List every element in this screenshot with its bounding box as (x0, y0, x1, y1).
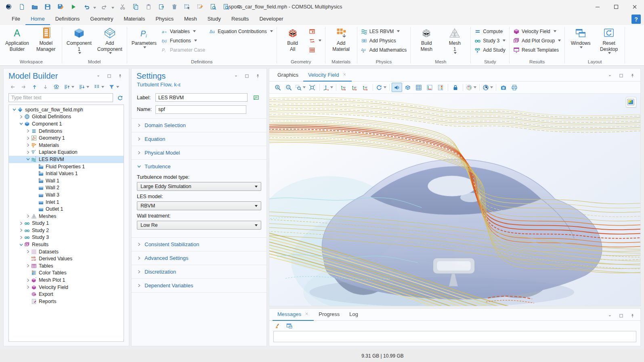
view-xy-button[interactable]: xy (338, 83, 349, 92)
panel-dd-button[interactable] (606, 72, 614, 80)
reset-desktop-button[interactable]: Reset Desktop (595, 26, 623, 54)
add-physics-button[interactable]: Add Physics (359, 36, 409, 45)
ribbon-tab-physics[interactable]: Physics (150, 14, 179, 25)
panel-dd-button[interactable] (94, 72, 102, 80)
zoom-box-button[interactable] (294, 83, 306, 92)
section-header[interactable]: Consistent Stabilization (132, 238, 266, 251)
build-all-button[interactable]: Build All (279, 26, 306, 52)
panel-pin-button[interactable] (628, 312, 636, 320)
graphics-viewport[interactable] (269, 94, 640, 306)
tree-expand-chevron[interactable] (25, 250, 31, 253)
select-turbulence-model-type[interactable]: Large Eddy Simulation (137, 182, 261, 191)
app-logo-button[interactable] (4, 2, 13, 11)
model-manager-button[interactable]: Model Manager (32, 26, 60, 52)
tree-expand-chevron[interactable] (25, 129, 31, 133)
refresh-filter-button[interactable] (116, 94, 124, 102)
tree-item-outlet-1[interactable]: Outlet 1 (9, 205, 124, 213)
windows-button[interactable]: Windows (567, 26, 594, 49)
tree-item-mesh-plot-1[interactable]: *Mesh Plot 1 (9, 276, 124, 284)
help-button[interactable]: ? (631, 15, 641, 24)
copy-button[interactable] (131, 2, 140, 11)
collapse-all-button[interactable] (78, 83, 90, 91)
tree-item-wall-2[interactable]: Wall 2 (9, 184, 124, 192)
axis-box-button[interactable] (424, 83, 435, 92)
tree-item-study-1[interactable]: Study 1 (9, 220, 124, 227)
tree-item-wall-3[interactable]: Wall 3 (9, 191, 124, 199)
panel-max-button[interactable] (617, 72, 625, 80)
preview-image-button[interactable] (208, 2, 218, 11)
ribbon-tab-file[interactable]: File (6, 14, 25, 25)
tree-item-tables[interactable]: Tables (9, 262, 124, 270)
messages-tab-log[interactable]: Log (344, 309, 363, 321)
tree-expand-chevron[interactable] (18, 222, 24, 225)
scene-light-button[interactable] (392, 83, 402, 92)
tree-collapse-chevron[interactable] (18, 122, 24, 126)
section-header[interactable]: Equation (132, 132, 266, 146)
tree-item-derived-values[interactable]: 8.85e-12Derived Values (9, 255, 124, 262)
tree-item-results[interactable]: Results (9, 241, 124, 248)
result-templates-button[interactable]: Result Templates (512, 46, 562, 54)
compute-button[interactable]: Compute (473, 27, 507, 36)
table-mail-button[interactable] (285, 322, 293, 330)
ribbon-tab-definitions[interactable]: Definitions (50, 14, 85, 25)
panel-max-button[interactable] (617, 312, 625, 320)
back-button[interactable] (8, 83, 17, 91)
tree-collapse-chevron[interactable] (25, 157, 31, 161)
run-button[interactable] (69, 2, 78, 11)
tree-expand-chevron[interactable] (25, 151, 31, 154)
messages-tab-progress[interactable]: Progress (314, 309, 344, 321)
les-rbvm-button[interactable]: LES RBVM (359, 27, 409, 36)
redo-button[interactable] (100, 2, 109, 11)
tree-item-global-definitions[interactable]: Global Definitions (9, 113, 124, 121)
ribbon-tab-home[interactable]: Home (25, 14, 50, 25)
tree-item-geometry-1[interactable]: Geometry 1 (9, 134, 124, 142)
environment-button[interactable] (403, 83, 413, 92)
messages-output[interactable] (273, 331, 636, 342)
select-frame-button[interactable] (183, 2, 192, 11)
tree-item-les-rbvm[interactable]: *LES RBVM (9, 156, 124, 163)
save-button[interactable] (43, 2, 52, 11)
rotate-button[interactable] (375, 83, 387, 92)
open-button[interactable] (30, 2, 39, 11)
tree-item-inlet-1[interactable]: Inlet 1 (9, 199, 124, 206)
camera-button[interactable] (498, 83, 509, 92)
tree-expand-chevron[interactable] (25, 278, 31, 282)
tree-item-study-3[interactable]: Study 3 (9, 234, 124, 241)
tree-item-color-tables[interactable]: Color Tables (9, 270, 124, 277)
section-header[interactable]: Dependent Variables (132, 279, 266, 292)
zoom-out-button[interactable] (283, 83, 294, 92)
select-les-model[interactable]: RBVM (137, 201, 261, 210)
graphics-tab-velocity-field[interactable]: Velocity Field (303, 69, 352, 82)
cut-button[interactable] (118, 2, 127, 11)
ribbon-tab-mesh[interactable]: Mesh (179, 14, 202, 25)
name-input[interactable] (155, 105, 246, 114)
ribbon-tab-results[interactable]: Results (226, 14, 254, 25)
color-legend-button[interactable] (435, 83, 446, 92)
section-header[interactable]: Physical Model (132, 146, 266, 159)
tree-item-initial-values-1[interactable]: DInitial Values 1 (9, 170, 124, 177)
new-file-button[interactable] (17, 2, 26, 11)
select-wall-treatment[interactable]: Low Re (137, 221, 261, 230)
tree-collapse-chevron[interactable] (18, 243, 24, 247)
tree-item-materials[interactable]: Materials (9, 142, 124, 149)
paste-button[interactable] (144, 2, 153, 11)
palette-button[interactable] (465, 83, 477, 92)
panel-max-button[interactable] (105, 72, 113, 80)
section-header[interactable]: Domain Selection (132, 119, 266, 132)
move-up-button[interactable] (30, 83, 38, 91)
close-button[interactable] (625, 0, 644, 13)
lock-button[interactable] (450, 83, 461, 92)
tree-expand-chevron[interactable] (25, 214, 31, 218)
view-xz-button[interactable]: xz (360, 83, 371, 92)
tree-item-wall-1[interactable]: DWall 1 (9, 177, 124, 184)
show-button[interactable] (52, 83, 60, 91)
tab-close-icon[interactable] (342, 72, 347, 78)
tree-expand-chevron[interactable] (25, 264, 31, 268)
variables-button[interactable]: a=Variables (160, 27, 207, 36)
plot-window-icon[interactable] (626, 97, 636, 107)
duplicate-button[interactable] (157, 2, 166, 11)
filter-button[interactable] (108, 83, 120, 91)
ribbon-tab-geometry[interactable]: Geometry (85, 14, 118, 25)
add-plot-group-button[interactable]: Add Plot Group (512, 36, 562, 45)
minimize-button[interactable] (588, 0, 607, 13)
